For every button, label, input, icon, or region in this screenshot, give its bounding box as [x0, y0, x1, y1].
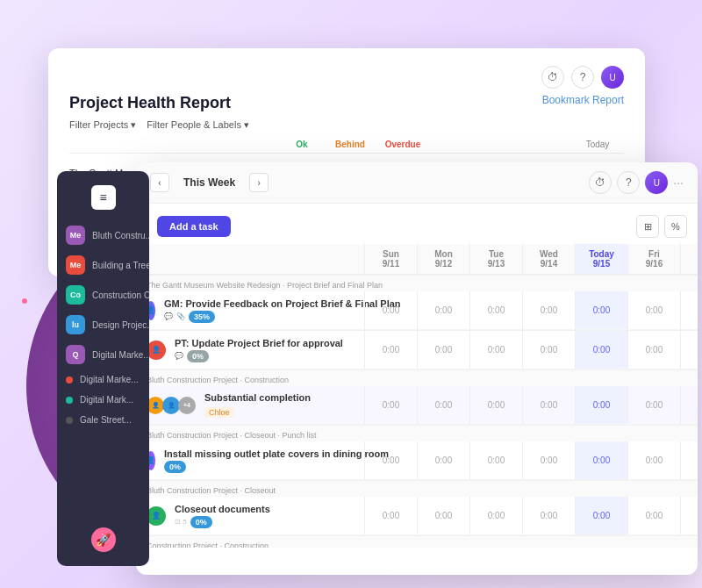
sidebar-badge-digital1: Q [66, 345, 85, 364]
ts-fri-header: Fri 9/16 [627, 244, 680, 274]
ts-next-btn[interactable]: › [249, 173, 269, 192]
task-cell-2-6: 0:00 [680, 331, 698, 369]
sidebar-rocket-btn[interactable]: 🚀 [91, 527, 116, 552]
task-comment-icon-1: 💬 [164, 312, 173, 320]
task-assignee-3c: +4 [178, 397, 196, 414]
add-task-button[interactable]: Add a task [157, 216, 231, 237]
task-section-3: Bluth Construction Project · Constructio… [136, 370, 698, 426]
ts-header-left: ‹ This Week › [150, 173, 269, 192]
task-section-1: The Gantt Museum Website Redesign · Proj… [136, 276, 698, 331]
task-cell-5-today[interactable]: 0:00 [575, 497, 627, 534]
task-icons-4: 0% [164, 461, 389, 473]
table-row[interactable]: 👤 Install missing outlet plate covers in… [136, 441, 698, 480]
sidebar-badge-digital3 [66, 397, 73, 404]
sidebar-bottom: 🚀 [57, 520, 149, 559]
sidebar-label-design: Design Projec... [92, 320, 149, 330]
task-group-label-5: Bluth Construction Project · Closeout [136, 481, 698, 497]
task-icon-2: 💬 [175, 352, 183, 360]
ts-percent-view-btn[interactable]: % [664, 215, 687, 238]
decoration-dot-4 [22, 298, 27, 304]
timesheet-panel: ‹ This Week › ⏱ ? U ··· Add a task ⊞ % S… [136, 162, 698, 575]
sidebar-label-gale: Gale Street... [80, 415, 132, 425]
filter-people-btn[interactable]: Filter People & Labels ▾ [147, 119, 249, 131]
task-cell-2-5: 0:00 [627, 331, 680, 369]
report-help-icon[interactable]: ? [571, 66, 594, 89]
report-title: Project Health Report [69, 94, 231, 112]
task-cell-2-2: 0:00 [469, 331, 522, 369]
task-attach-icon-1: 📎 [176, 312, 185, 320]
ts-task-list: The Gantt Museum Website Redesign · Proj… [136, 276, 698, 548]
task-cell-5-5: 0:00 [627, 497, 680, 534]
task-section-2: 👤 PT: Update Project Brief for approval … [136, 331, 698, 370]
ts-timer-icon[interactable]: ⏱ [589, 171, 612, 194]
ts-help-icon[interactable]: ? [617, 171, 640, 194]
task-name-3: Substantial completion [204, 392, 311, 403]
task-cell-2-3: 0:00 [522, 331, 575, 369]
sidebar-item-bluth[interactable]: Me Bluth Constru... [57, 220, 149, 250]
task-cell-1-2: 0:00 [469, 291, 522, 329]
table-row[interactable]: 👤 PT: Update Project Brief for approval … [136, 331, 698, 369]
sidebar-panel: ≡ Me Bluth Constru... Me Building a Tree… [57, 171, 149, 566]
task-cell-1-0: 0:00 [364, 291, 417, 329]
report-timer-icon[interactable]: ⏱ [541, 66, 564, 89]
sidebar-badge-digital2 [66, 376, 73, 384]
task-cell-2-0: 0:00 [364, 331, 417, 369]
task-info-1: 👤 GM: Provide Feedback on Project Brief … [136, 293, 364, 328]
timesheet-header: ‹ This Week › ⏱ ? U ··· [136, 162, 698, 204]
task-icons-5: ⊡ 5 0% [175, 516, 270, 528]
task-cell-3-today[interactable]: 0:00 [575, 386, 627, 424]
table-row[interactable]: 👤 GM: Provide Feedback on Project Brief … [136, 291, 698, 330]
sidebar-item-digital2[interactable]: Digital Marke... [57, 369, 149, 390]
filter-projects-btn[interactable]: Filter Projects ▾ [69, 119, 136, 131]
task-cell-3-5: 0:00 [627, 386, 680, 424]
task-cell-2-today[interactable]: 0:00 [575, 331, 627, 369]
report-table-header: Ok Behind Overdue Today [69, 140, 624, 154]
table-row[interactable]: 👤 Closeout documents ⊡ 5 0% 0:00 0:00 0:… [136, 497, 698, 535]
task-name-4: Install missing outlet plate covers in d… [164, 448, 389, 459]
sidebar-label-digital2: Digital Marke... [80, 375, 139, 384]
report-panel-top-icons: ⏱ ? U [69, 66, 624, 89]
bookmark-report-link[interactable]: Bookmark Report [542, 94, 624, 106]
col-ok-header: Ok [280, 140, 324, 149]
task-cell-3-1: 0:00 [417, 386, 469, 424]
col-overdue-header: Overdue [376, 140, 429, 149]
task-cell-4-1: 0:00 [417, 441, 469, 479]
task-cell-4-today[interactable]: 0:00 [575, 441, 627, 479]
ts-prev-btn[interactable]: ‹ [150, 173, 169, 192]
task-cell-1-today[interactable]: 0:00 [575, 291, 627, 329]
sidebar-item-digital3[interactable]: Digital Mark... [57, 390, 149, 410]
ts-more-icon[interactable]: ··· [673, 176, 684, 190]
ts-user-avatar[interactable]: U [645, 171, 668, 194]
ts-mon-header: Mon 9/12 [417, 244, 469, 274]
task-cell-2-1: 0:00 [417, 331, 469, 369]
sidebar-label-building: Building a Tree... [92, 261, 149, 270]
task-section-5: Bluth Construction Project · Closeout 👤 … [136, 481, 698, 536]
task-cell-3-2: 0:00 [469, 386, 522, 424]
sidebar-item-gale[interactable]: Gale Street... [57, 410, 149, 430]
task-cell-4-5: 0:00 [627, 441, 680, 479]
task-name-2: PT: Update Project Brief for approval [175, 338, 343, 348]
ts-tue-header: Tue 9/13 [469, 244, 522, 274]
task-cell-5-3: 0:00 [522, 497, 575, 534]
task-group-label-3: Bluth Construction Project · Constructio… [136, 370, 698, 386]
sidebar-logo-icon[interactable]: ≡ [91, 185, 116, 210]
report-user-avatar[interactable]: U [601, 66, 624, 89]
sidebar-badge-construction: Co [66, 285, 85, 305]
task-icons-2: 💬 0% [175, 350, 343, 362]
table-row[interactable]: 👤 👤 +4 Substantial completion Chloe 0:00… [136, 386, 698, 425]
ts-sun-header: Sun 9/11 [364, 244, 417, 274]
sidebar-label-bluth: Bluth Constru... [92, 231, 149, 240]
sidebar-item-digital1[interactable]: Q Digital Marke... [57, 340, 149, 369]
task-group-label-1: The Gantt Museum Website Redesign · Proj… [136, 276, 698, 291]
task-info-5: 👤 Closeout documents ⊡ 5 0% [136, 498, 364, 534]
col-behind-header: Behind [324, 140, 376, 149]
sidebar-badge-gale [66, 417, 73, 424]
sidebar-label-digital1: Digital Marke... [92, 350, 149, 360]
report-header: Project Health Report Bookmark Report [69, 94, 624, 112]
sidebar-badge-bluth: Me [66, 226, 85, 245]
sidebar-item-design[interactable]: lu Design Projec... [57, 310, 149, 340]
ts-grid-view-btn[interactable]: ⊞ [636, 215, 659, 238]
sidebar-item-construction[interactable]: Co Construction C... [57, 280, 149, 310]
sidebar-item-building[interactable]: Me Building a Tree... [57, 250, 149, 280]
ts-header-right: ⏱ ? U ··· [589, 171, 684, 194]
